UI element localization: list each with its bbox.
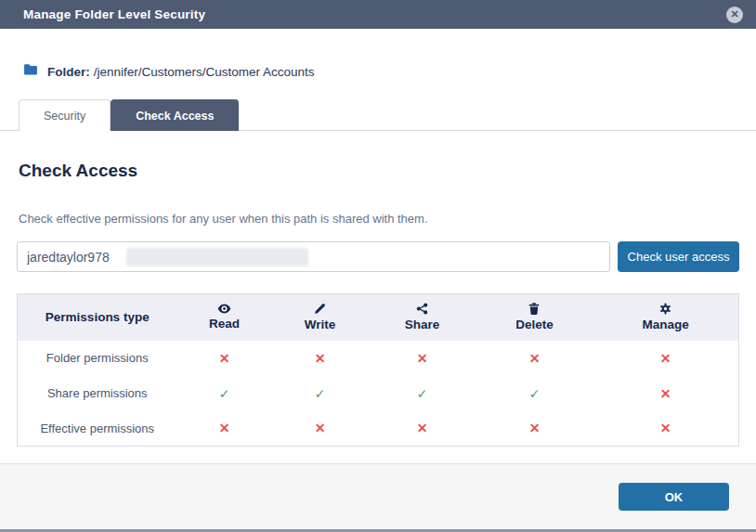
permission-cell: ✕ [369,411,476,447]
permission-cell: ✓ [177,376,272,411]
tab-security[interactable]: Security [19,99,111,131]
table-row: Folder permissions✕✕✕✕✕ [18,341,739,376]
tab-panel-check-access: Check Access Check effective permissions… [0,131,756,463]
pencil-icon [314,303,326,315]
table-row: Effective permissions✕✕✕✕✕ [18,411,739,447]
permission-cell: ✕ [593,376,738,411]
tab-check-access[interactable]: Check Access [111,99,239,131]
eye-icon [217,304,231,314]
check-icon: ✓ [529,387,541,400]
trash-icon [528,303,540,315]
cross-icon: ✕ [660,352,671,365]
check-icon: ✓ [219,387,230,400]
permission-cell: ✕ [272,411,369,447]
cross-icon: ✕ [219,422,230,435]
ok-button[interactable]: OK [619,483,729,511]
column-read: Read [177,294,272,341]
column-label-read: Read [209,317,240,331]
check-user-access-button[interactable]: Check user access [618,241,739,272]
permissions-table-body: Folder permissions✕✕✕✕✕Share permissions… [18,341,739,447]
cross-icon: ✕ [417,422,428,435]
permission-cell: ✓ [476,376,593,411]
permission-cell: ✕ [593,411,738,447]
column-label-manage: Manage [642,318,688,331]
cross-icon: ✕ [417,352,428,365]
row-label: Folder permissions [18,341,177,376]
permission-cell: ✕ [476,411,593,447]
permission-cell: ✕ [272,341,369,376]
column-manage: Manage [593,294,738,341]
user-check-row: Check user access [17,241,739,272]
cross-icon: ✕ [660,387,671,400]
column-delete: Delete [476,294,593,341]
section-description: Check effective permissions for any user… [19,212,739,226]
permissions-type-header: Permissions type [18,294,177,341]
username-input[interactable] [17,241,610,272]
column-write: Write [272,294,369,341]
page-title: Check Access [19,161,739,181]
folder-path-text: Folder:/jennifer/Customers/Customer Acco… [47,65,315,79]
folder-path: /jennifer/Customers/Customer Accounts [94,65,315,79]
column-share: Share [369,294,476,341]
share-icon [416,303,428,315]
dialog-title: Manage Folder Level Security [23,7,726,21]
permission-cell: ✓ [369,376,476,411]
permission-cell: ✕ [476,341,593,376]
cross-icon: ✕ [315,422,326,435]
dialog-titlebar: Manage Folder Level Security ✕ [0,0,756,29]
permission-cell: ✕ [369,341,476,376]
folder-icon [23,63,38,80]
permissions-table: Permissions type Read [17,293,739,447]
cross-icon: ✕ [660,422,671,435]
close-icon[interactable]: ✕ [726,6,743,23]
permission-cell: ✕ [593,341,738,376]
table-row: Share permissions✓✓✓✓✕ [18,376,739,411]
dialog-footer: OK [0,463,756,529]
table-header-row: Permissions type Read [18,294,739,341]
permission-cell: ✓ [272,376,369,411]
column-label-delete: Delete [515,318,554,331]
cross-icon: ✕ [529,422,541,435]
permission-cell: ✕ [177,341,272,376]
check-icon: ✓ [417,387,428,400]
folder-path-row: Folder:/jennifer/Customers/Customer Acco… [23,61,733,82]
username-input-wrap [17,241,610,272]
folder-label: Folder: [47,65,90,79]
row-label: Share permissions [18,376,177,411]
tab-bar: Security Check Access [0,99,756,131]
permission-cell: ✕ [177,411,272,447]
column-label-write: Write [305,318,336,331]
cross-icon: ✕ [315,352,326,365]
manage-folder-security-dialog: Manage Folder Level Security ✕ Folder:/j… [0,0,756,529]
cross-icon: ✕ [529,352,541,365]
column-label-share: Share [405,318,440,331]
gear-icon [659,303,671,315]
check-icon: ✓ [315,387,326,400]
row-label: Effective permissions [18,411,177,447]
cross-icon: ✕ [219,352,230,365]
